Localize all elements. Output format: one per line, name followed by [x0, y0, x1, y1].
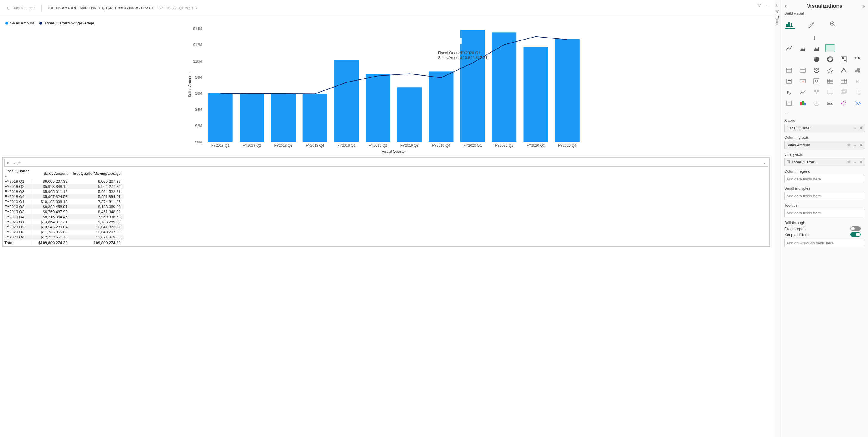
table-row[interactable]: FY2019 Q3$6,769,487.908,451,348.02 — [4, 209, 124, 214]
visual-type-option[interactable] — [784, 99, 794, 107]
bar[interactable] — [240, 94, 264, 142]
bar[interactable] — [492, 32, 517, 142]
chevron-down-icon[interactable]: ⌄ — [853, 160, 857, 164]
back-to-report-button[interactable]: Back to report — [6, 6, 35, 10]
col-header-fiscal-quarter[interactable]: Fiscal Quarter — [4, 169, 29, 173]
fx-icon[interactable]: 𝑓x — [18, 161, 26, 165]
visual-type-option[interactable] — [784, 66, 794, 74]
expand-right-icon[interactable] — [861, 4, 865, 8]
col-header-moving-avg[interactable]: ThreeQuarterMovingAverage — [71, 168, 124, 179]
visibility-icon[interactable]: 👁 — [847, 160, 851, 164]
visual-type-option[interactable] — [826, 99, 835, 107]
visibility-icon[interactable]: 👁 — [847, 143, 851, 147]
line-column-chart[interactable]: $0M$2M$4M$6M$8M$10M$12M$14MSales AmountF… — [5, 27, 767, 155]
remove-field-icon[interactable]: ✕ — [859, 143, 863, 147]
commit-formula-icon[interactable]: ✓ — [11, 161, 18, 165]
visual-type-option[interactable] — [839, 66, 849, 74]
table-row[interactable]: FY2019 Q1$10,192,098.137,374,811.26 — [4, 199, 124, 204]
build-visual-tab[interactable] — [785, 20, 795, 29]
visual-type-option[interactable] — [839, 33, 849, 41]
visual-type-option[interactable] — [812, 44, 821, 52]
filter-icon[interactable] — [757, 3, 762, 9]
visual-type-option[interactable] — [798, 44, 807, 52]
visual-type-option[interactable] — [784, 55, 794, 63]
data-table[interactable]: Fiscal Quarter▲ Sales Amount ThreeQuarte… — [4, 168, 124, 245]
visual-type-option[interactable] — [853, 99, 862, 107]
remove-field-icon[interactable]: ✕ — [859, 126, 863, 130]
table-row[interactable]: FY2018 Q3$5,965,011.125,964,522.21 — [4, 189, 124, 194]
visual-type-option[interactable] — [826, 33, 835, 41]
table-row[interactable]: FY2020 Q4$12,733,651.7312,671,319.08 — [4, 235, 124, 240]
chart-visual[interactable]: Sales Amount ThreeQuarterMovingAverage $… — [0, 16, 773, 156]
visual-type-option[interactable] — [798, 33, 807, 41]
visual-type-option[interactable] — [839, 99, 849, 107]
filters-pane-collapsed[interactable]: Filters — [773, 0, 781, 437]
visual-type-option[interactable] — [826, 77, 835, 85]
well-column-legend[interactable]: Add data fields here — [784, 175, 865, 183]
visual-type-option[interactable] — [826, 44, 835, 52]
visual-type-option[interactable] — [812, 55, 821, 63]
table-row[interactable]: FY2018 Q2$5,923,348.195,964,277.76 — [4, 184, 124, 189]
table-row[interactable]: FY2018 Q4$5,967,324.535,951,894.61 — [4, 194, 124, 199]
visual-type-option[interactable] — [826, 55, 835, 63]
format-visual-tab[interactable] — [806, 20, 816, 29]
well-xaxis[interactable]: Fiscal Quarter ⌄✕ — [784, 124, 865, 132]
visual-type-option[interactable] — [812, 33, 821, 41]
chevron-down-icon[interactable]: ⌄ — [853, 143, 857, 147]
well-tooltips[interactable]: Add data fields here — [784, 209, 865, 217]
visual-type-option[interactable] — [798, 99, 807, 107]
visual-type-option[interactable] — [798, 66, 807, 74]
well-small-multiples[interactable]: Add data fields here — [784, 192, 865, 200]
table-row[interactable]: FY2020 Q2$13,545,239.8412,041,873.87 — [4, 225, 124, 230]
col-header-sales-amount[interactable]: Sales Amount — [32, 168, 71, 179]
well-column-y[interactable]: Sales Amount 👁⌄✕ — [784, 141, 865, 149]
gallery-more-icon[interactable]: ⋯ — [785, 111, 865, 115]
formula-input[interactable] — [26, 159, 761, 166]
bar[interactable] — [555, 39, 580, 142]
analytics-tab[interactable] — [828, 20, 838, 29]
visual-type-option[interactable] — [853, 33, 862, 41]
well-drill-through[interactable]: Add drill-through fields here — [784, 239, 865, 247]
visual-type-option[interactable] — [853, 44, 862, 52]
remove-field-icon[interactable]: ✕ — [859, 160, 863, 164]
table-row[interactable]: FY2020 Q3$11,735,065.6613,048,207.60 — [4, 230, 124, 235]
bar[interactable] — [429, 71, 454, 142]
bar[interactable] — [208, 94, 233, 142]
visual-type-option[interactable] — [798, 89, 807, 96]
table-row[interactable]: FY2019 Q4$8,716,064.457,959,336.79 — [4, 214, 124, 220]
bar[interactable] — [397, 87, 422, 142]
visual-type-option[interactable] — [839, 77, 849, 85]
collapse-pane-icon[interactable] — [784, 4, 788, 8]
bar[interactable] — [271, 94, 296, 142]
visual-type-option[interactable] — [798, 55, 807, 63]
legend-item-moving-avg[interactable]: ThreeQuarterMovingAverage — [39, 21, 94, 25]
visual-type-option[interactable] — [812, 77, 821, 85]
table-row[interactable]: FY2018 Q1$6,005,207.326,005,207.32 — [4, 179, 124, 184]
visual-type-option[interactable] — [784, 44, 794, 52]
visual-type-option[interactable] — [812, 66, 821, 74]
chevron-down-icon[interactable]: ⌄ — [853, 126, 857, 130]
more-options-icon[interactable]: ··· — [765, 3, 769, 9]
table-row[interactable]: FY2020 Q1$13,864,317.319,783,289.89 — [4, 220, 124, 225]
bar[interactable] — [523, 47, 548, 142]
well-line-y[interactable]: ThreeQuarter... 👁⌄✕ — [784, 158, 865, 166]
visual-type-option[interactable] — [784, 77, 794, 85]
visual-type-option[interactable] — [853, 55, 862, 63]
bar[interactable] — [303, 94, 328, 142]
bar[interactable] — [366, 74, 390, 142]
visual-type-option[interactable] — [826, 66, 835, 74]
visual-type-option[interactable] — [839, 44, 849, 52]
visual-type-option[interactable]: Az — [798, 77, 807, 85]
visual-type-option[interactable] — [784, 33, 794, 41]
visual-type-option[interactable]: Py — [784, 89, 794, 96]
table-row[interactable]: FY2019 Q2$8,392,458.018,183,960.23 — [4, 204, 124, 209]
bar[interactable] — [460, 30, 485, 142]
formula-dropdown-icon[interactable]: ⌄ — [761, 161, 768, 165]
cancel-formula-icon[interactable]: ✕ — [5, 161, 11, 165]
legend-item-sales[interactable]: Sales Amount — [5, 21, 34, 25]
bar[interactable] — [334, 60, 359, 142]
formula-bar[interactable]: ✕ ✓ 𝑓x ⌄ — [4, 159, 768, 167]
expand-pane-icon[interactable] — [775, 3, 779, 7]
visual-type-option[interactable] — [839, 55, 849, 63]
visual-type-option[interactable] — [853, 66, 862, 74]
